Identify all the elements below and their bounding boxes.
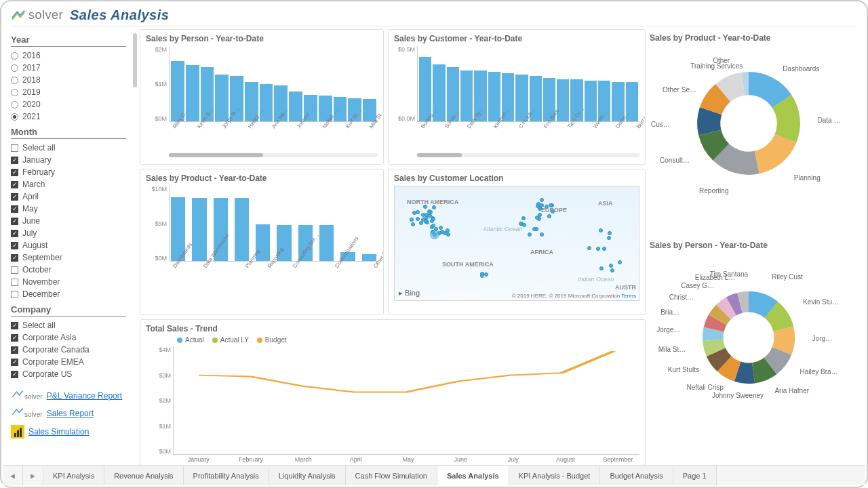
sheet-tab[interactable]: KPI Analysis: [43, 466, 104, 485]
map-point[interactable]: [599, 266, 604, 270]
company-option[interactable]: Corporate US: [11, 368, 134, 380]
map-point[interactable]: [540, 198, 544, 202]
powerbi-icon: [11, 425, 24, 439]
tab-scroll-right[interactable]: ►: [23, 466, 43, 485]
company-option[interactable]: Corporate Canada: [11, 344, 134, 356]
map-point[interactable]: [538, 213, 542, 217]
company-option[interactable]: Select all: [11, 319, 134, 331]
map-point[interactable]: [540, 232, 544, 237]
tab-scroll-left[interactable]: ◄: [3, 466, 23, 485]
map-point[interactable]: [610, 268, 614, 272]
month-option[interactable]: June: [11, 215, 134, 227]
scrollbar-person[interactable]: [169, 153, 378, 157]
filter-year-label: Year: [11, 35, 134, 45]
month-option[interactable]: January: [11, 154, 134, 166]
card-sales-by-product-donut: Sales by Product - Year-to-Date Dashboar…: [650, 29, 853, 232]
sheet-tab[interactable]: Budget Analysis: [600, 466, 673, 485]
bar[interactable]: [460, 70, 473, 121]
sheet-tab[interactable]: KPI Analysis - Budget: [509, 466, 601, 485]
company-option[interactable]: Corporate EMEA: [11, 356, 134, 368]
scrollbar-customer[interactable]: [417, 153, 639, 157]
bar[interactable]: [235, 198, 249, 261]
filter-company-label: Company: [11, 304, 134, 314]
trend-legend: Actual Actual LY Budget: [177, 336, 639, 344]
report-link[interactable]: Sales Simulation: [28, 427, 89, 436]
sidebar: Year 201620172018201920202021 Month Sele…: [1, 26, 137, 458]
year-option[interactable]: 2019: [11, 86, 134, 98]
card-sales-by-customer: Sales by Customer - Year-to-Date $0.5M$0…: [388, 29, 646, 165]
map-point[interactable]: [432, 205, 436, 209]
map-point[interactable]: [419, 221, 423, 225]
map-point[interactable]: [596, 247, 600, 251]
month-option[interactable]: Select all: [11, 142, 134, 154]
map-point[interactable]: [536, 204, 540, 208]
bar[interactable]: [319, 225, 334, 261]
month-option[interactable]: September: [11, 251, 134, 264]
map-point[interactable]: [431, 217, 435, 221]
year-option[interactable]: 2021: [11, 110, 134, 123]
card-total-sales-trend: Total Sales - Trend Actual Actual LY Bud…: [140, 319, 646, 466]
solver-logo: solver: [11, 8, 63, 22]
map-point[interactable]: [439, 226, 443, 230]
sheet-tab[interactable]: Cash Flow Simulation: [346, 466, 437, 485]
month-option[interactable]: May: [11, 203, 134, 215]
map-point[interactable]: [607, 236, 611, 240]
map-point[interactable]: [480, 274, 484, 278]
map-point[interactable]: [587, 246, 591, 250]
month-option[interactable]: March: [11, 178, 134, 190]
bar[interactable]: [488, 72, 500, 121]
map-point[interactable]: [521, 216, 526, 220]
sheet-tab[interactable]: Page 1: [673, 466, 717, 485]
map-point[interactable]: [424, 219, 428, 223]
sheet-tab[interactable]: Sales Analysis: [437, 466, 509, 485]
map-point[interactable]: [609, 264, 613, 268]
map-point[interactable]: [410, 218, 414, 222]
map[interactable]: NORTH AMERICA EUROPE ASIA AFRICA SOUTH A…: [394, 186, 639, 301]
company-option[interactable]: Corporate Asia: [11, 331, 134, 344]
solver-icon: solver: [11, 390, 43, 402]
solver-icon: solver: [11, 407, 43, 420]
report-link[interactable]: P&L Variance Report: [47, 391, 122, 401]
bar[interactable]: [192, 198, 206, 261]
month-option[interactable]: November: [11, 276, 134, 288]
map-point[interactable]: [528, 232, 532, 237]
bar[interactable]: [215, 75, 229, 121]
map-point[interactable]: [547, 214, 551, 218]
month-option[interactable]: April: [11, 190, 134, 203]
year-option[interactable]: 2017: [11, 62, 134, 74]
map-point[interactable]: [416, 217, 420, 221]
year-option[interactable]: 2018: [11, 74, 134, 86]
map-point[interactable]: [599, 228, 603, 232]
bar[interactable]: [362, 254, 376, 261]
year-option[interactable]: 2020: [11, 98, 134, 110]
card-sales-by-person-donut: Sales by Person - Year-to-Date Riley Cus…: [650, 237, 853, 453]
map-point[interactable]: [608, 231, 612, 235]
map-point[interactable]: [446, 232, 450, 237]
month-option[interactable]: August: [11, 239, 134, 251]
page-title: Sales Analysis: [70, 7, 169, 23]
sidebar-scrollbar[interactable]: [133, 33, 137, 87]
month-option[interactable]: October: [11, 264, 134, 276]
bar[interactable]: [289, 92, 302, 121]
month-option[interactable]: December: [11, 288, 134, 300]
header: solver Sales Analysis: [1, 1, 867, 26]
month-option[interactable]: February: [11, 166, 134, 178]
month-option[interactable]: July: [11, 227, 134, 239]
map-point[interactable]: [602, 247, 606, 251]
bar[interactable]: [585, 81, 597, 121]
sheet-tab[interactable]: Revenue Analysis: [104, 466, 183, 485]
card-sales-by-person: Sales by Person - Year-to-Date $2M$1M$0M…: [140, 29, 384, 165]
map-point[interactable]: [412, 211, 416, 215]
map-point[interactable]: [618, 260, 622, 264]
map-point[interactable]: [484, 272, 488, 277]
map-point[interactable]: [423, 205, 427, 209]
report-link[interactable]: Sales Report: [47, 409, 94, 418]
map-terms-link[interactable]: Terms: [621, 293, 636, 299]
map-point[interactable]: [532, 227, 536, 231]
card-customer-location-map: Sales by Customer Location NORTH AMERICA…: [388, 169, 646, 315]
year-option[interactable]: 2016: [11, 49, 134, 62]
sheet-tab[interactable]: Liquidity Analysis: [269, 466, 346, 485]
map-point[interactable]: [411, 222, 415, 226]
sheet-tab[interactable]: Profitability Analysis: [184, 466, 269, 485]
bar[interactable]: [557, 79, 569, 121]
